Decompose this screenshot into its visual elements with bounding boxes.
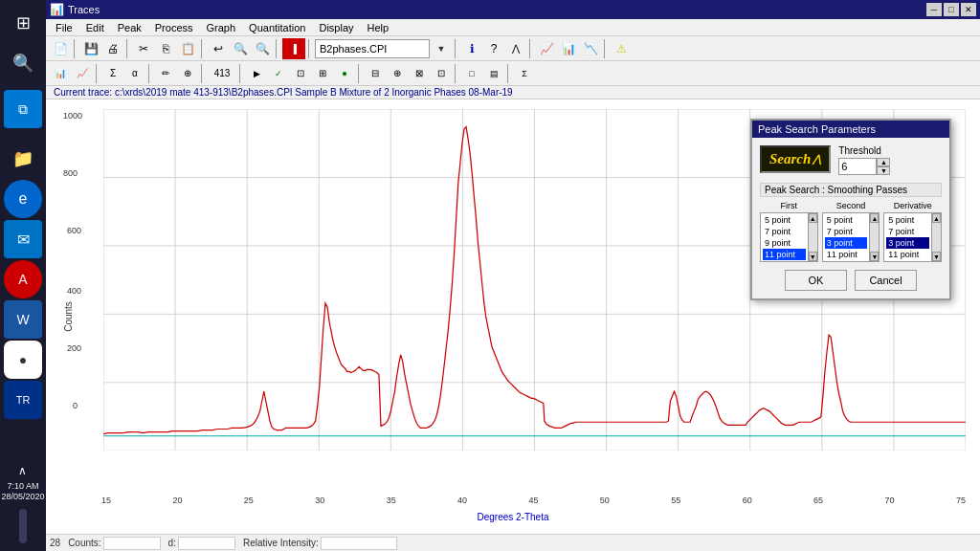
info-button[interactable]: ℹ [461, 38, 482, 59]
relative-intensity-input[interactable] [321, 537, 397, 550]
cancel-button[interactable]: Cancel [855, 270, 917, 291]
chrome-icon[interactable]: ● [4, 341, 42, 379]
menu-process[interactable]: Process [149, 21, 199, 34]
tb2-btn12[interactable]: ⊟ [365, 63, 386, 84]
threshold-spin-down[interactable]: ▼ [877, 166, 890, 175]
zoom-in-button[interactable]: 🔍 [230, 38, 251, 59]
x-ticks: 15 20 25 30 35 40 45 50 55 60 65 70 75 [101, 496, 966, 505]
filename-input[interactable] [315, 39, 430, 58]
counts-input[interactable] [103, 537, 161, 550]
deriv-item-11pt[interactable]: 11 point [886, 249, 929, 260]
window-controls: ─ □ ✕ [926, 3, 976, 16]
first-listbox[interactable]: 5 point 7 point 9 point 11 point ▲ ▼ [760, 212, 818, 262]
tb2-btn13[interactable]: ⊕ [387, 63, 408, 84]
tb2-zoom[interactable]: 413 [208, 63, 236, 84]
first-item-7pt[interactable]: 7 point [763, 226, 806, 237]
warning-button[interactable]: ⚠ [611, 38, 632, 59]
menu-edit[interactable]: Edit [80, 21, 110, 34]
first-scroll-up[interactable]: ▲ [809, 213, 817, 223]
second-item-7pt[interactable]: 7 point [825, 226, 868, 237]
second-item-3pt[interactable]: 3 point [825, 237, 868, 249]
peak-button[interactable]: ⋀ [505, 38, 526, 59]
show-hidden-icons[interactable]: ∧ [16, 462, 29, 479]
undo-button[interactable]: ↩ [208, 38, 229, 59]
new-button[interactable]: 📄 [50, 38, 71, 59]
outlook-icon[interactable]: ✉ [4, 220, 42, 258]
menu-peak[interactable]: Peak [112, 21, 147, 34]
second-item-11pt[interactable]: 11 point [825, 249, 868, 260]
first-item-9pt[interactable]: 9 point [763, 237, 806, 249]
threshold-input[interactable] [838, 158, 877, 175]
derivative-listbox[interactable]: 5 point 7 point 3 point 11 point ▲ ▼ [883, 212, 942, 262]
tb2-btn9[interactable]: ⊡ [290, 63, 311, 84]
acrobat-icon[interactable]: A [4, 260, 42, 298]
tb2-btn16[interactable]: □ [461, 63, 482, 84]
deriv-item-5pt[interactable]: 5 point [886, 214, 929, 226]
paste-button[interactable]: 📋 [177, 38, 198, 59]
chart2-button[interactable]: 📊 [558, 38, 579, 59]
second-scroll-up[interactable]: ▲ [870, 213, 879, 223]
tb2-btn15[interactable]: ⊡ [431, 63, 452, 84]
menu-file[interactable]: File [50, 21, 78, 34]
tb2-sep6 [455, 64, 458, 83]
search-button[interactable]: 🔍 [4, 44, 42, 82]
tb2-btn10[interactable]: ⊞ [312, 63, 333, 84]
tb2-btn7[interactable]: ▶ [246, 63, 267, 84]
tb2-btn8[interactable]: ✓ [268, 63, 289, 84]
tb2-btn17[interactable]: ▤ [483, 63, 504, 84]
app-icon-traces[interactable]: TR [4, 381, 42, 419]
first-scroll-down[interactable]: ▼ [809, 252, 817, 261]
second-item-5pt[interactable]: 5 point [825, 214, 868, 226]
tb2-btn11[interactable]: ● [334, 63, 355, 84]
save-button[interactable]: 💾 [80, 38, 101, 59]
file-explorer-icon[interactable]: 📁 [4, 140, 42, 178]
tb2-btn1[interactable]: 📊 [50, 63, 71, 84]
search-logo-button[interactable]: Search ⋀ [760, 145, 831, 173]
copy-button[interactable]: ⎘ [155, 38, 176, 59]
tb2-btn6[interactable]: ⊕ [177, 63, 198, 84]
first-item-11pt[interactable]: 11 point [763, 249, 806, 260]
second-scroll-down[interactable]: ▼ [870, 252, 879, 261]
filename-dropdown[interactable]: ▼ [431, 38, 452, 59]
close-button[interactable]: ✕ [961, 3, 976, 16]
second-listbox[interactable]: 5 point 7 point 3 point 11 point ▲ ▼ [822, 212, 880, 262]
deriv-scroll-down[interactable]: ▼ [932, 252, 941, 261]
separator-3 [201, 39, 205, 58]
show-desktop-button[interactable] [19, 509, 27, 543]
tb2-btn2[interactable]: 📈 [72, 63, 93, 84]
cut-button[interactable]: ✂ [133, 38, 154, 59]
minimize-button[interactable]: ─ [926, 3, 942, 16]
tb2-btn5[interactable]: ✏ [155, 63, 176, 84]
tb2-btn4[interactable]: α [124, 63, 145, 84]
first-item-5pt[interactable]: 5 point [763, 214, 806, 226]
menu-help[interactable]: Help [362, 21, 395, 34]
zoom-out-button[interactable]: 🔍 [252, 38, 273, 59]
maximize-button[interactable]: □ [944, 3, 959, 16]
menu-quantitation[interactable]: Quantitation [243, 21, 311, 34]
chart-button[interactable]: 📈 [536, 38, 557, 59]
x-tick-20: 20 [172, 496, 182, 505]
d-input[interactable] [178, 537, 235, 550]
help-button[interactable]: ? [483, 38, 504, 59]
x-tick-65: 65 [813, 496, 823, 505]
tb2-btn3[interactable]: Σ [102, 63, 123, 84]
print-button[interactable]: 🖨 [102, 38, 123, 59]
threshold-spin-up[interactable]: ▲ [877, 158, 890, 166]
toolbar-1: 📄 💾 🖨 ✂ ⎘ 📋 ↩ 🔍 🔍 ▐ ▼ ℹ ? ⋀ 📈 📊 📉 ⚠ [46, 36, 980, 61]
deriv-item-7pt[interactable]: 7 point [886, 226, 929, 237]
tb2-btn18[interactable]: Σ [514, 63, 535, 84]
deriv-item-3pt[interactable]: 3 point [886, 237, 929, 249]
smoothing-section: Peak Search : Smoothing Passes First 5 p… [760, 183, 942, 262]
menu-graph[interactable]: Graph [201, 21, 242, 34]
chart3-button[interactable]: 📉 [580, 38, 601, 59]
word-icon[interactable]: W [4, 300, 42, 339]
menu-display[interactable]: Display [313, 21, 359, 34]
smooth-col-second: Second 5 point 7 point 3 point 11 point … [822, 201, 880, 262]
deriv-scroll-up[interactable]: ▲ [932, 213, 941, 223]
tb2-btn14[interactable]: ⊠ [409, 63, 430, 84]
windows-start-button[interactable]: ⊞ [4, 4, 42, 42]
edge-icon[interactable]: e [4, 180, 42, 218]
data-button[interactable]: ▐ [282, 38, 305, 59]
ok-button[interactable]: OK [785, 270, 847, 291]
taskview-icon[interactable]: ⧉ [4, 90, 42, 128]
